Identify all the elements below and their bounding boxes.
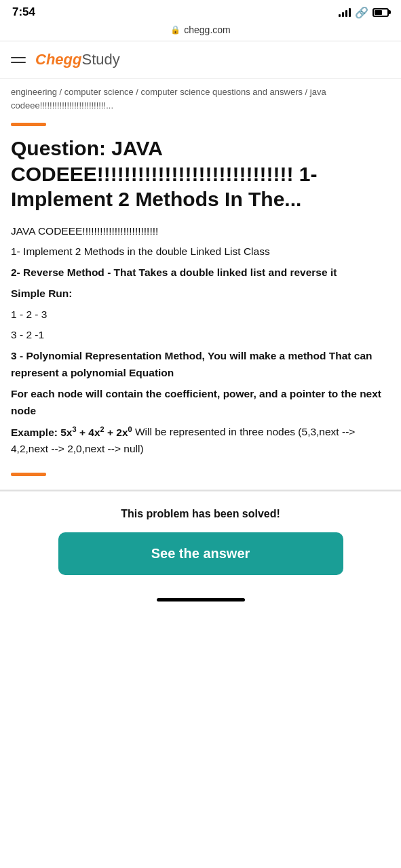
body-line2: 2- Reverse Method - That Takes a double … — [11, 264, 390, 281]
main-content: Question: JAVA CODEEE!!!!!!!!!!!!!!!!!!!… — [0, 136, 401, 458]
logo-study: Study — [81, 51, 119, 68]
battery-icon — [373, 8, 389, 17]
status-icons: 🔗 — [339, 6, 389, 19]
body-example: Example: 5x3 + 4x2 + 2x0 Will be represe… — [11, 423, 390, 458]
body-line4: 1 - 2 - 3 — [11, 307, 390, 323]
solved-section: This problem has been solved! See the an… — [0, 491, 401, 589]
url-text: chegg.com — [184, 24, 230, 35]
logo: CheggStudy — [35, 51, 120, 68]
breadcrumb: engineering / computer science / compute… — [0, 79, 401, 117]
body-line1: 1- Implement 2 Methods in the double Lin… — [11, 243, 390, 260]
status-time: 7:54 — [12, 5, 35, 19]
lock-icon: 🔒 — [170, 25, 180, 35]
body-line5: 3 - 2 -1 — [11, 327, 390, 344]
solved-text: This problem has been solved! — [11, 508, 390, 520]
question-title: Question: JAVA CODEEE!!!!!!!!!!!!!!!!!!!… — [11, 136, 390, 212]
body-line3: Simple Run: — [11, 285, 390, 302]
app-header: CheggStudy — [0, 41, 401, 79]
body-intro: JAVA CODEEE!!!!!!!!!!!!!!!!!!!!!!!!!! — [11, 223, 390, 240]
url-bar: 🔒 chegg.com — [0, 22, 401, 41]
example-label: Example: 5x3 + 4x2 + 2x0 — [11, 427, 132, 438]
signal-icon — [339, 7, 351, 17]
orange-accent-bottom — [11, 473, 46, 476]
home-indicator — [157, 598, 245, 601]
link-icon: 🔗 — [355, 6, 368, 19]
body-line6: 3 - Polynomial Representation Method, Yo… — [11, 348, 390, 382]
question-label: Question: — [11, 137, 111, 159]
see-answer-button[interactable]: See the answer — [58, 532, 343, 575]
accent-bar — [11, 123, 46, 126]
question-body: JAVA CODEEE!!!!!!!!!!!!!!!!!!!!!!!!!! 1-… — [11, 223, 390, 458]
hamburger-menu[interactable] — [11, 57, 26, 63]
body-line7: For each node will contain the coefficie… — [11, 386, 390, 420]
logo-chegg: Chegg — [35, 51, 81, 68]
status-bar: 7:54 🔗 — [0, 0, 401, 22]
